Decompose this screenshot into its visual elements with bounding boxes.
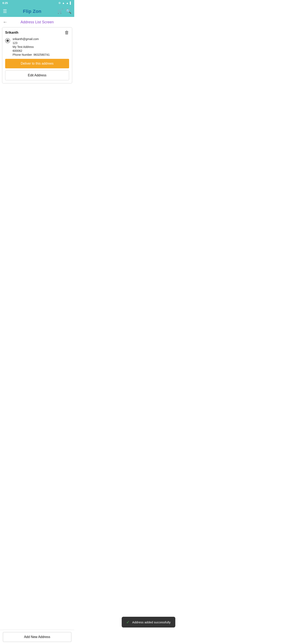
wifi-icon: ▲ [62,2,65,4]
address-card-header: Srikanth 🗑 [2,28,72,36]
app-title: Flip Zon [23,9,41,14]
address-name: Srikanth [5,31,18,34]
search-icon[interactable]: 🔍 [66,9,71,14]
status-bar: 6:25 ⚙ ▲ ▲ ▌ [0,0,74,6]
back-button[interactable]: ← [3,20,7,25]
battery-icon: ▌ [70,2,72,4]
app-bar-actions: 🛒 🔍 [57,9,71,14]
address-email: srikanth@gmail.com [12,37,50,41]
status-time: 6:25 [2,2,8,4]
settings-icon: ⚙ [58,2,61,4]
cart-icon[interactable]: 🛒 [57,9,63,14]
address-info: srikanth@gmail.com 123 My Test Address 6… [12,37,50,56]
address-house-number: 123 [12,41,50,44]
deliver-button[interactable]: Deliver to this addrees [5,59,69,68]
signal-icon: ▲ [66,2,69,4]
radio-inner [6,40,9,42]
address-phone: Phone Number :9632580741 [12,53,50,56]
address-details: srikanth@gmail.com 123 My Test Address 6… [2,36,72,59]
main-content: Srikanth 🗑 srikanth@gmail.com 123 My Tes… [0,27,74,103]
app-bar: ☰ Flip Zon 🛒 🔍 [0,6,74,17]
address-line: My Test Address [12,45,50,48]
status-icons: ⚙ ▲ ▲ ▌ [58,2,72,4]
address-radio[interactable] [5,38,10,43]
menu-icon[interactable]: ☰ [3,9,7,14]
edit-address-button[interactable]: Edit Address [5,70,69,80]
address-pincode: 600062 [12,49,50,52]
screen-title: Address List Screen [10,20,64,24]
address-card: Srikanth 🗑 srikanth@gmail.com 123 My Tes… [2,27,72,84]
secondary-toolbar: ← Address List Screen [0,17,74,27]
delete-icon[interactable]: 🗑 [64,30,69,35]
